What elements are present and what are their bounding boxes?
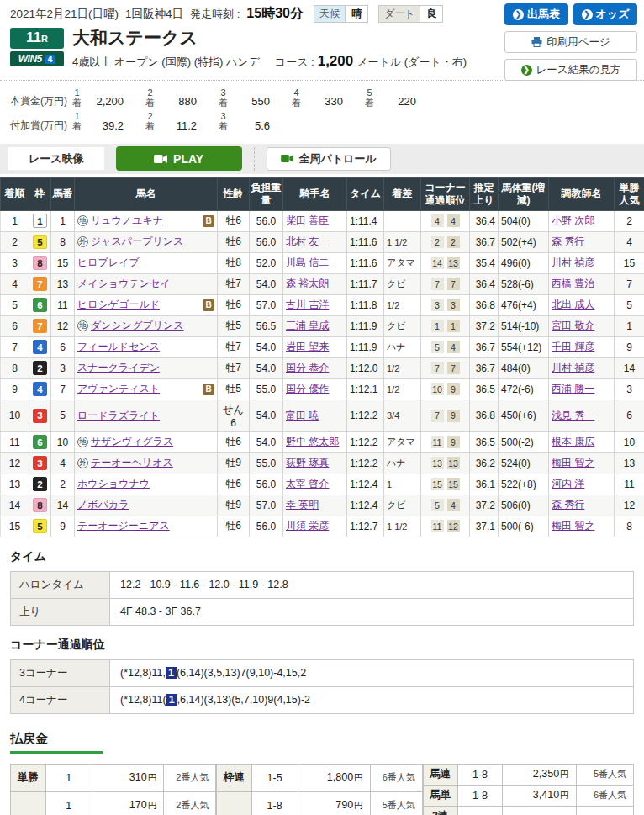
popularity-rank: 6番人気 <box>576 785 633 806</box>
corner-positions: 22 <box>421 231 470 252</box>
play-button[interactable]: PLAY <box>116 146 242 171</box>
track-condition-value: 良 <box>420 6 442 22</box>
patrol-video-button[interactable]: 全周パトロール <box>267 147 391 171</box>
horse-number: 12 <box>51 315 75 336</box>
horse-name-link[interactable]: リュウノユキナ <box>91 214 163 228</box>
horse-name-link[interactable]: サザンヴィグラス <box>91 435 173 449</box>
trainer-link[interactable]: 森 秀行 <box>552 499 584 511</box>
horse-name-link[interactable]: ジャスパープリンス <box>91 235 183 249</box>
horse-number: 8 <box>51 231 75 252</box>
horse-name-link[interactable]: ホウショウナウ <box>77 477 150 491</box>
popularity-rank: 2番人気 <box>164 791 216 815</box>
horse-weight: 476(+4) <box>499 294 549 315</box>
jockey-link[interactable]: 幸 英明 <box>286 499 319 511</box>
corner-positions: 119 <box>421 431 470 452</box>
jockey-link[interactable]: 国分 恭介 <box>286 362 329 373</box>
trainer-link[interactable]: 梅田 智之 <box>552 457 594 468</box>
jockey-link[interactable]: 三浦 皇成 <box>286 320 329 331</box>
trainer-link[interactable]: 森 秀行 <box>552 236 584 247</box>
page-header: 2021年2月21日(日曜) 1回阪神4日 発走時刻 : 15時30分 天候 晴… <box>0 0 644 81</box>
trainer-link[interactable]: 河内 洋 <box>552 478 584 490</box>
trainer-link[interactable]: 西浦 勝一 <box>552 383 594 394</box>
jockey-link[interactable]: 荻野 琢真 <box>286 457 329 468</box>
trainer-link[interactable]: 小野 次郎 <box>552 214 594 226</box>
trainer-link[interactable]: 浅見 秀一 <box>552 410 594 421</box>
frame-number-badge: 5 <box>33 235 47 249</box>
finish-position: 9 <box>1 378 29 400</box>
prize-item: 2着880 <box>145 87 197 108</box>
weather-label: 天候 <box>314 6 345 22</box>
horse-name-link[interactable]: ダンシングプリンス <box>91 319 184 333</box>
jockey-link[interactable]: 岩田 望来 <box>286 341 329 352</box>
jockey-link[interactable]: 古川 吉洋 <box>286 299 329 310</box>
corner-3-position: 7 <box>431 362 444 374</box>
jockey-link[interactable]: 野中 悠太郎 <box>286 436 339 447</box>
frame-cell: 7 <box>29 273 51 294</box>
horse-number: 2 <box>51 474 75 495</box>
finish-position: 15 <box>1 516 29 537</box>
trainer-link[interactable]: 西橋 豊治 <box>552 278 594 289</box>
entries-button[interactable]: ❯ 出馬表 <box>504 3 568 25</box>
horse-name-link[interactable]: ロードラズライト <box>77 409 160 423</box>
print-page-button[interactable]: 印刷用ページ <box>504 31 637 53</box>
last-3f-time: 36.8 <box>470 400 499 431</box>
frame-cell: 3 <box>29 452 51 474</box>
jockey-link[interactable]: 川島 信二 <box>286 257 329 268</box>
jockey-link[interactable]: 太宰 啓介 <box>286 478 329 490</box>
trainer-link[interactable]: 宮田 敬介 <box>552 320 594 331</box>
horse-number: 3 <box>51 357 75 378</box>
trainer-cell: 西浦 勝一 <box>549 378 615 400</box>
corner-3-position: 1 <box>431 320 444 332</box>
jockey-cell: 国分 恭介 <box>283 357 347 378</box>
frame-cell: 3 <box>29 400 51 431</box>
horse-name-link[interactable]: ノボバカラ <box>77 498 129 512</box>
corner-positions: 44 <box>421 210 470 231</box>
sex-age: 牡5 <box>218 315 250 336</box>
jockey-link[interactable]: 柴田 善臣 <box>286 214 329 226</box>
jockey-link[interactable]: 国分 優作 <box>286 383 329 394</box>
trainer-link[interactable]: 北出 成人 <box>552 299 594 310</box>
corner-4-position: 15 <box>447 478 460 490</box>
corner-order-table: 3コーナー(*12,8)11,1(6,14)(3,5,13)7(9,10)-4,… <box>10 659 634 714</box>
jockey-cell: 国分 優作 <box>283 378 347 400</box>
horse-name-link[interactable]: アヴァンティスト <box>77 382 160 396</box>
jockey-link[interactable]: 川須 栄彦 <box>286 520 329 532</box>
trainer-link[interactable]: 川村 禎彦 <box>552 257 594 268</box>
trainer-link[interactable]: 千田 輝彦 <box>552 341 594 352</box>
jockey-link[interactable]: 富田 暁 <box>286 410 319 421</box>
jockey-cell: 幸 英明 <box>283 495 347 516</box>
frame-cell: 5 <box>29 516 51 537</box>
horse-name-link[interactable]: ヒロブレイブ <box>77 256 140 270</box>
horse-name-link[interactable]: ヒロシゲゴールド <box>77 298 160 312</box>
trainer-link[interactable]: 川村 禎彦 <box>552 362 594 373</box>
last-3f-time: 36.1 <box>470 474 499 495</box>
odds-button[interactable]: ❯ オッズ <box>573 3 637 25</box>
bred-mark-icon: 地 <box>77 215 88 226</box>
race-meeting: 1回阪神4日 <box>125 7 183 22</box>
time-section-title: タイム <box>10 549 634 564</box>
trainer-link[interactable]: 根本 康広 <box>552 436 594 447</box>
jockey-link[interactable]: 森 裕太朗 <box>286 278 329 289</box>
margin: クビ <box>384 495 421 516</box>
horse-name-link[interactable]: テーオーヘリオス <box>91 456 173 470</box>
prize-amount: 5.6 <box>233 119 270 132</box>
race-video-button[interactable]: レース映像 <box>8 147 104 170</box>
payout-amount: 790円 <box>298 791 370 815</box>
horse-name-link[interactable]: スナークライデン <box>77 361 160 375</box>
results-guide-button[interactable]: ❯ レース結果の見方 <box>504 59 637 81</box>
frame-number-badge: 4 <box>33 340 47 354</box>
horse-name-cell: ヒロブレイブ <box>75 252 218 273</box>
win-favorite-rank: 2 <box>615 210 644 231</box>
jockey-link[interactable]: 北村 友一 <box>286 236 329 247</box>
prize-rank: 3着 <box>219 111 228 131</box>
finish-position: 7 <box>1 336 29 357</box>
horse-name-cell: ホウショウナウ <box>75 474 218 495</box>
corner-positions: 1515 <box>421 474 470 495</box>
time-section: タイム ハロンタイム 12.2 - 10.9 - 11.6 - 12.0 - 1… <box>0 537 644 626</box>
result-row: 746フィールドセンス牡754.0岩田 望来1:11.9ハナ5436.7554(… <box>1 336 644 357</box>
horse-name-link[interactable]: テーオージーニアス <box>77 519 170 533</box>
horse-name-link[interactable]: フィールドセンス <box>77 340 160 354</box>
trainer-link[interactable]: 梅田 智之 <box>552 520 594 532</box>
horse-name-link[interactable]: メイショウテンセイ <box>77 277 171 291</box>
popularity-rank: 239番人気 <box>576 806 633 815</box>
